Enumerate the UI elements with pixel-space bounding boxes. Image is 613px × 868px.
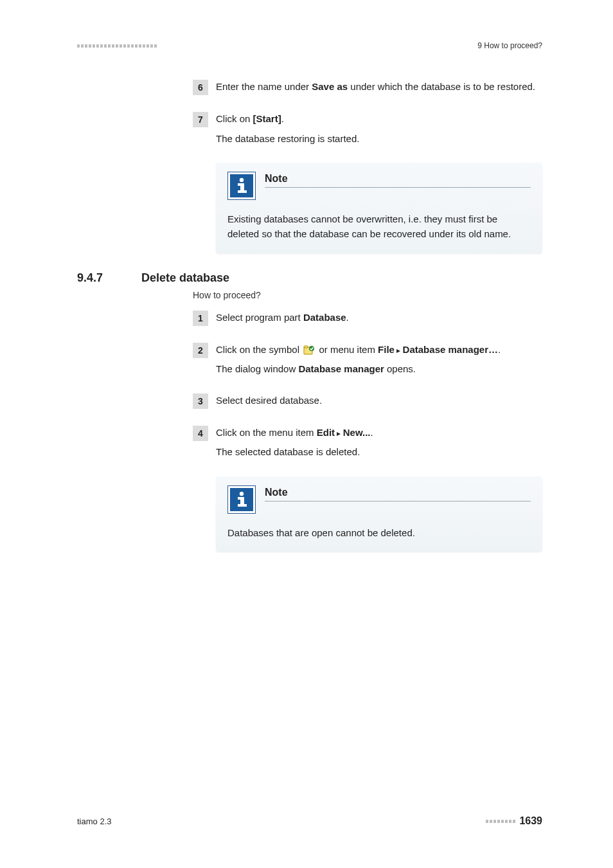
text: or menu item bbox=[316, 344, 378, 355]
bold-text: Edit bbox=[317, 427, 335, 438]
svg-point-7 bbox=[240, 491, 244, 495]
footer-product-label: tiamo 2.3 bbox=[77, 817, 111, 826]
text: . bbox=[371, 427, 373, 438]
step-6: 6 Enter the name under Save as under whi… bbox=[193, 80, 542, 95]
step-number-badge: 7 bbox=[193, 112, 208, 127]
note-title: Note bbox=[265, 487, 531, 502]
text: . bbox=[281, 113, 284, 124]
info-glyph-icon bbox=[235, 177, 249, 194]
step-body: Click on the menu item Edit ▸ New.... Th… bbox=[216, 426, 542, 460]
svg-point-6 bbox=[309, 346, 314, 351]
menu-separator-icon: ▸ bbox=[335, 429, 343, 438]
svg-rect-10 bbox=[238, 504, 247, 507]
page-content: 6 Enter the name under Save as under whi… bbox=[77, 80, 542, 552]
step-result-text: The database restoring is started. bbox=[216, 132, 542, 147]
note-header: Note bbox=[227, 485, 531, 514]
step-number-badge: 3 bbox=[193, 393, 208, 409]
bold-text: Save as bbox=[312, 81, 348, 92]
note-text: Databases that are open cannot be delete… bbox=[227, 525, 531, 540]
note-box: Note Databases that are open cannot be d… bbox=[216, 476, 542, 552]
page-footer: tiamo 2.3 1639 bbox=[77, 815, 542, 827]
step-2: 2 Click on the symbol or menu item File … bbox=[193, 343, 542, 377]
info-icon bbox=[227, 485, 256, 514]
bold-text: Database manager… bbox=[403, 344, 498, 355]
step-number-badge: 4 bbox=[193, 426, 208, 441]
header-decoration-left bbox=[77, 44, 157, 48]
step-number-badge: 1 bbox=[193, 311, 208, 326]
step-1: 1 Select program part Database. bbox=[193, 311, 542, 326]
note-title-wrap: Note bbox=[265, 485, 531, 502]
footer-decoration bbox=[486, 820, 515, 823]
page: 9 How to proceed? 6 Enter the name under… bbox=[0, 0, 613, 868]
info-glyph-icon bbox=[235, 491, 249, 508]
note-text: Existing databases cannot be overwritten… bbox=[227, 212, 531, 242]
step-text: Click on the symbol or menu item File ▸ … bbox=[216, 343, 542, 357]
bold-text: [Start] bbox=[253, 113, 281, 124]
step-result-text: The dialog window Database manager opens… bbox=[216, 362, 542, 377]
step-body: Select program part Database. bbox=[216, 311, 542, 326]
note-header: Note bbox=[227, 172, 531, 200]
bold-text: New... bbox=[343, 427, 371, 438]
step-result-text: The selected database is deleted. bbox=[216, 445, 542, 460]
footer-right: 1639 bbox=[486, 815, 542, 827]
page-header: 9 How to proceed? bbox=[77, 41, 542, 50]
info-icon bbox=[227, 172, 256, 200]
text: Click on the menu item bbox=[216, 427, 317, 438]
step-text: Click on [Start]. bbox=[216, 112, 542, 127]
note-title-wrap: Note bbox=[265, 172, 531, 188]
step-body: Select desired database. bbox=[216, 393, 542, 409]
step-text: Select program part Database. bbox=[216, 311, 542, 325]
step-4: 4 Click on the menu item Edit ▸ New.... … bbox=[193, 426, 542, 460]
database-manager-icon bbox=[303, 345, 315, 356]
text: Enter the name under bbox=[216, 81, 312, 92]
text: under which the database is to be restor… bbox=[348, 81, 535, 92]
delete-steps: 1 Select program part Database. 2 Click … bbox=[193, 311, 542, 460]
step-3: 3 Select desired database. bbox=[193, 393, 542, 409]
section-title: Delete database bbox=[141, 271, 229, 285]
section-number: 9.4.7 bbox=[77, 271, 141, 285]
howto-label: How to proceed? bbox=[193, 290, 542, 300]
text: . bbox=[346, 312, 349, 323]
steps-continued: 6 Enter the name under Save as under whi… bbox=[193, 80, 542, 146]
bold-text: Database manager bbox=[298, 363, 384, 374]
bold-text: File bbox=[378, 344, 395, 355]
text: opens. bbox=[384, 363, 416, 374]
step-7: 7 Click on [Start]. The database restori… bbox=[193, 112, 542, 146]
page-number: 1639 bbox=[519, 815, 542, 827]
text: Click on bbox=[216, 113, 253, 124]
menu-separator-icon: ▸ bbox=[395, 346, 403, 355]
header-chapter-label: 9 How to proceed? bbox=[477, 41, 542, 50]
section-heading: 9.4.7 Delete database bbox=[77, 271, 542, 285]
step-text: Select desired database. bbox=[216, 393, 542, 408]
text: . bbox=[498, 344, 501, 355]
step-text: Enter the name under Save as under which… bbox=[216, 80, 542, 95]
step-number-badge: 2 bbox=[193, 343, 208, 358]
note-title: Note bbox=[265, 173, 531, 188]
text: Click on the symbol bbox=[216, 344, 302, 355]
text: The dialog window bbox=[216, 363, 298, 374]
text: Select program part bbox=[216, 312, 303, 323]
svg-point-0 bbox=[240, 178, 244, 182]
step-body: Click on [Start]. The database restoring… bbox=[216, 112, 542, 146]
step-text: Click on the menu item Edit ▸ New.... bbox=[216, 426, 542, 440]
note-box: Note Existing databases cannot be overwr… bbox=[216, 163, 542, 253]
svg-rect-5 bbox=[304, 346, 308, 348]
step-body: Enter the name under Save as under which… bbox=[216, 80, 542, 95]
step-body: Click on the symbol or menu item File ▸ … bbox=[216, 343, 542, 377]
bold-text: Database bbox=[303, 312, 346, 323]
svg-rect-3 bbox=[238, 190, 247, 193]
step-number-badge: 6 bbox=[193, 80, 208, 95]
